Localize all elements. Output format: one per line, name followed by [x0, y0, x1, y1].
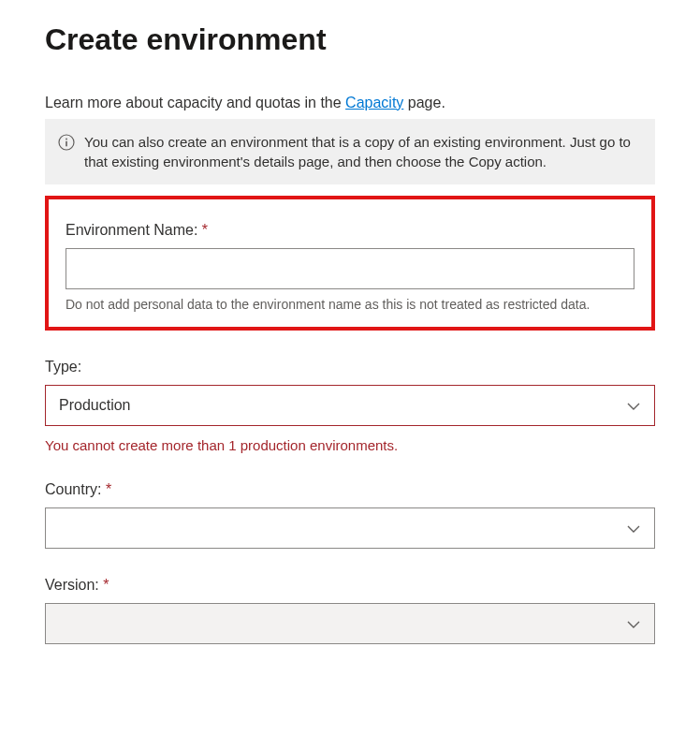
env-name-input[interactable]: [66, 248, 634, 289]
country-label-text: Country:: [45, 481, 106, 497]
intro-prefix: Learn more about capacity and quotas in …: [45, 95, 345, 110]
country-label: Country: *: [45, 481, 655, 498]
country-group: Country: *: [45, 481, 655, 549]
info-icon: [58, 134, 75, 151]
type-error: You cannot create more than 1 production…: [45, 437, 655, 453]
info-callout: You can also create an environment that …: [45, 119, 655, 184]
version-label-text: Version:: [45, 577, 103, 593]
type-selected-value: Production: [59, 397, 131, 414]
svg-rect-2: [66, 141, 67, 147]
type-select-wrapper: Production: [45, 385, 655, 426]
intro-suffix: page.: [403, 95, 445, 110]
type-select[interactable]: Production: [45, 385, 655, 426]
country-select[interactable]: [45, 507, 655, 549]
svg-point-1: [66, 139, 67, 140]
capacity-link[interactable]: Capacity: [345, 95, 403, 110]
highlight-region: Environment Name: * Do not add personal …: [45, 196, 655, 331]
intro-paragraph: Learn more about capacity and quotas in …: [45, 95, 655, 111]
required-star: *: [103, 577, 109, 593]
env-name-label-text: Environment Name:: [66, 222, 202, 238]
page-title: Create environment: [45, 22, 655, 57]
env-name-label: Environment Name: *: [66, 222, 634, 239]
type-label: Type:: [45, 359, 655, 375]
version-select[interactable]: [45, 603, 655, 644]
version-label: Version: *: [45, 577, 655, 594]
version-group: Version: *: [45, 577, 655, 644]
version-select-wrapper: [45, 603, 655, 644]
country-select-wrapper: [45, 507, 655, 549]
required-star: *: [202, 222, 208, 238]
required-star: *: [106, 481, 111, 497]
type-group: Type: Production You cannot create more …: [45, 359, 655, 453]
callout-text: You can also create an environment that …: [84, 132, 640, 171]
env-name-help: Do not add personal data to the environm…: [66, 297, 634, 312]
